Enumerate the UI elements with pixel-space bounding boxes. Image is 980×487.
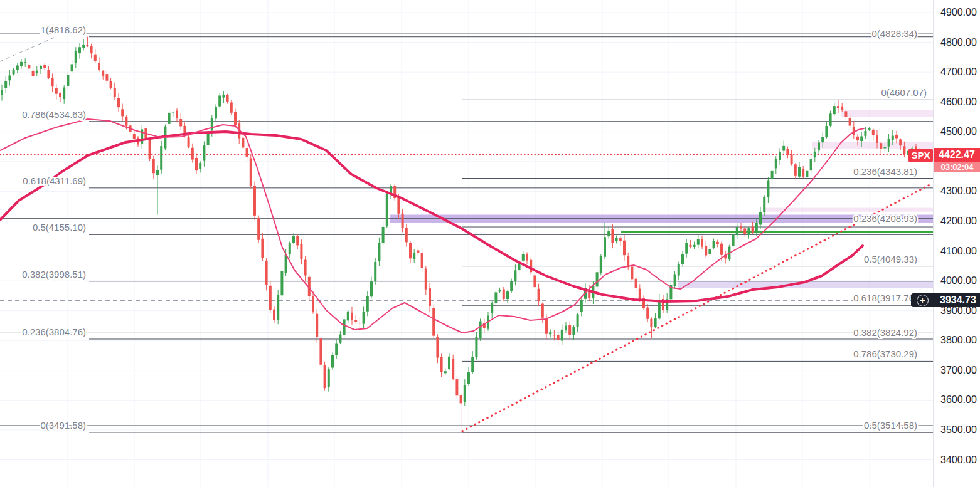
last-price-badge: 4422.47 [934,148,980,162]
price-tick: 3800.00 [940,335,977,346]
price-tick: 4500.00 [940,126,977,137]
fib-label: 0.382(3998.51) [22,269,86,280]
symbol-label-chip[interactable]: SPX [908,149,933,162]
price-tick: 3600.00 [940,394,977,406]
fib-left-2022-range-labels: 1(4818.62)0.786(4534.63)0.618(4311.69)0.… [22,24,86,431]
fib-label: 0.236(4208.93) [853,213,917,224]
fib-label: 0.5(4155.10) [33,222,86,233]
dashed-gray-topleft [0,38,54,61]
fib-label: 0.786(4534.63) [22,109,86,120]
supply-zone-4560 [841,110,933,117]
price-tick: 4900.00 [940,7,977,18]
fib-right-2023-range[interactable] [462,100,933,432]
fib-label: 0.5(3514.58) [864,420,917,431]
price-tick: 3500.00 [940,424,977,436]
price-tick: 3700.00 [940,365,977,376]
add-alert-button[interactable]: + [911,293,934,307]
grid-lines [0,0,933,487]
fib-label: 0.618(3917.76) [853,293,917,303]
price-tick: 4300.00 [940,186,977,197]
fib-label: 0(4828.34) [871,28,917,39]
fib-macro-range[interactable] [0,34,933,426]
plus-in-circle-icon: + [917,295,929,306]
fib-left-2022-range[interactable] [89,37,933,432]
price-tick: 4800.00 [940,37,977,48]
price-zones[interactable] [390,110,933,288]
fib-label: 0.236(3804.76) [22,327,86,337]
trading-chart-window: 1(4818.62)0.786(4534.63)0.618(4311.69)0.… [0,0,980,487]
fib-label: 0(4607.07) [881,87,927,98]
price-tick: 3400.00 [940,454,977,466]
fib-label: 0.618(4311.69) [23,175,86,186]
alert-price-badge: 3934.73 [934,293,980,307]
price-tick: 4700.00 [940,66,977,78]
fib-label: 0.382(3824.92) [853,327,917,338]
price-axis[interactable]: 4900.004800.004700.004600.004500.004400.… [933,0,980,487]
price-tick: 4200.00 [940,216,977,227]
fib-label: 0(3491.58) [40,420,86,431]
fib-label: 0.5(4049.33) [864,254,917,264]
fib-label: 1(4818.62) [40,24,86,35]
price-tick: 4000.00 [940,275,977,286]
price-chart[interactable]: 1(4818.62)0.786(4534.63)0.618(4311.69)0.… [0,0,980,487]
zone-4245 [764,208,933,212]
fib-right-2023-range-labels: 0(4607.07)0.236(4343.81)0.382(4180.95)0.… [853,87,927,431]
horizontal-lines[interactable] [0,155,933,300]
price-tick: 4600.00 [940,97,977,108]
price-tick: 4100.00 [940,246,977,257]
fib-label: 0.786(3730.29) [853,348,917,359]
ma-fast-thin[interactable] [0,119,864,333]
bar-countdown-badge: 03:02:04 [934,162,980,172]
fib-label: 0.236(4343.81) [853,166,917,177]
